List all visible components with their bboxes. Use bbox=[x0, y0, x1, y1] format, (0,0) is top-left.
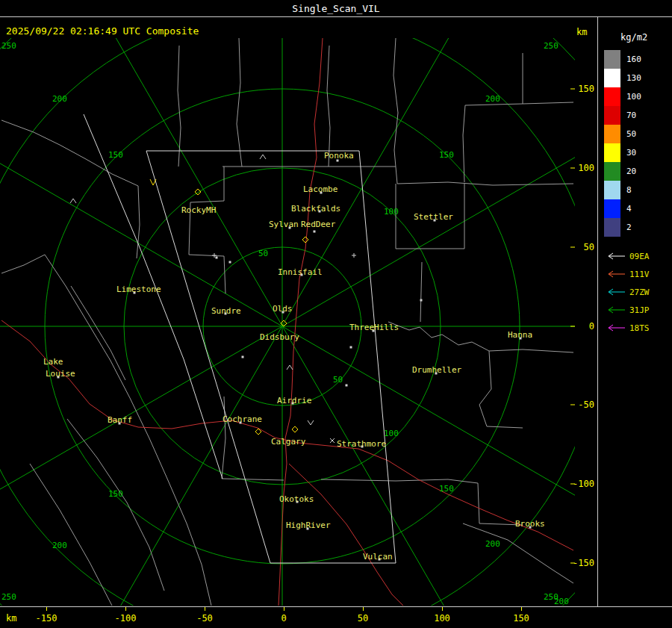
radar-plot-area: 2025/09/22 02:16:49 UTC Composite km bbox=[0, 17, 597, 606]
scale-value: 70 bbox=[626, 111, 636, 120]
site-arrow-icon bbox=[603, 252, 626, 261]
bottom-axis-tick-label: -100 bbox=[115, 613, 137, 624]
scale-swatch bbox=[604, 125, 620, 143]
site-id: 18TS bbox=[629, 323, 650, 333]
ring-label: 150 bbox=[108, 489, 123, 499]
city-label: Hanna bbox=[508, 330, 532, 340]
right-axis-tick-label: -50 bbox=[578, 400, 594, 410]
ring-label: 200 bbox=[485, 539, 500, 549]
titlebar: Single_Scan_VIL bbox=[0, 0, 672, 17]
ring-label: 50 bbox=[333, 375, 343, 385]
city-label: RedDeer bbox=[301, 220, 336, 229]
scale-row: 100 bbox=[604, 87, 672, 106]
city-label: Airdrie bbox=[277, 396, 311, 405]
ring-label: 200 bbox=[554, 597, 569, 606]
bottom-axis: km -150 -100 -50 0 50 100 150 bbox=[0, 606, 672, 628]
scale-value: 100 bbox=[626, 92, 641, 102]
scale-row: 2 bbox=[604, 218, 672, 237]
city-label: Lake bbox=[43, 357, 63, 367]
bottom-axis-tick-label: -150 bbox=[36, 613, 57, 624]
scale-swatch bbox=[604, 143, 620, 162]
scale-value: 8 bbox=[626, 185, 632, 195]
scale-row: 8 bbox=[604, 181, 672, 199]
radar-coverage-outline bbox=[84, 114, 396, 563]
city-label: Vulcan bbox=[363, 552, 393, 562]
bottom-axis-tick-label: 150 bbox=[513, 613, 529, 624]
scale-swatch bbox=[604, 218, 620, 237]
azimuth-spokes bbox=[0, 17, 597, 606]
city-label: ThreeHills bbox=[349, 323, 399, 332]
legend-unit-label: kg/m2 bbox=[620, 32, 672, 43]
right-axis-tick-label: 0 bbox=[589, 321, 594, 332]
window-title: Single_Scan_VIL bbox=[292, 3, 379, 14]
bottom-axis-tick-label: 0 bbox=[281, 613, 286, 624]
city-label: Stettler bbox=[414, 212, 453, 222]
bottom-axis-tick-label: -50 bbox=[196, 613, 213, 624]
bottom-axis-tick bbox=[205, 607, 205, 611]
scale-row: 50 bbox=[604, 125, 672, 143]
radar-app-window: Single_Scan_VIL 2025/09/22 02:16:49 UTC … bbox=[0, 0, 672, 628]
site-row: 09EA bbox=[603, 247, 672, 265]
site-row: 111V bbox=[603, 265, 672, 283]
scale-swatch bbox=[604, 162, 620, 181]
site-arrow-icon bbox=[603, 287, 626, 296]
scale-value: 4 bbox=[626, 204, 632, 214]
scale-value: 30 bbox=[626, 148, 636, 158]
bottom-axis-tick bbox=[284, 607, 284, 611]
city-label: HighRiver bbox=[286, 520, 331, 530]
ring-label: 200 bbox=[485, 94, 500, 104]
bottom-axis-tick-label: 100 bbox=[434, 613, 450, 624]
scale-swatch bbox=[604, 87, 620, 106]
right-axis: 150 100 50 0 -50 -100 -150 bbox=[570, 84, 594, 568]
scale-swatch bbox=[604, 199, 620, 218]
right-axis-tick-label: -150 bbox=[573, 558, 594, 568]
site-row: 31JP bbox=[603, 301, 672, 319]
city-label: Sylvan bbox=[269, 220, 299, 229]
scale-row: 70 bbox=[604, 106, 672, 125]
scale-row: 20 bbox=[604, 162, 672, 181]
radar-map: 250 200 150 50 100 150 200 250 50 100 15… bbox=[0, 17, 597, 606]
scale-value: 2 bbox=[626, 223, 632, 232]
range-rings bbox=[0, 17, 597, 606]
city-label: Calgary bbox=[271, 437, 306, 447]
city-labels: Ponoka Lacombe Blackfalds Sylvan RedDeer… bbox=[43, 151, 545, 562]
ring-label: 250 bbox=[544, 41, 559, 51]
legend-panel: kg/m2 160 130 100 70 50 30 20 8 4 2 09EA… bbox=[597, 17, 672, 606]
site-id: 27ZW bbox=[629, 287, 650, 297]
bottom-axis-tick bbox=[46, 607, 47, 611]
scale-swatch bbox=[604, 181, 620, 199]
ring-label: 50 bbox=[258, 249, 268, 258]
bottom-axis-unit: km bbox=[6, 613, 16, 624]
ring-label: 250 bbox=[1, 592, 16, 602]
city-label: Brooks bbox=[515, 519, 545, 529]
ring-labels: 250 200 150 50 100 150 200 250 50 100 15… bbox=[1, 41, 569, 606]
scale-swatch bbox=[604, 69, 620, 87]
bottom-axis-tick-label: 50 bbox=[358, 613, 368, 624]
city-label: Blackfalds bbox=[291, 204, 340, 214]
ring-label: 200 bbox=[52, 94, 67, 104]
city-label: Ponoka bbox=[324, 151, 354, 161]
bottom-axis-tick bbox=[442, 607, 443, 611]
scale-row: 160 bbox=[604, 50, 672, 69]
city-label: Drumheller bbox=[412, 365, 462, 375]
site-id: 111V bbox=[629, 270, 650, 279]
scale-row: 130 bbox=[604, 69, 672, 87]
right-axis-tick-label: 50 bbox=[584, 242, 594, 252]
city-label: Innisfail bbox=[278, 267, 323, 277]
right-axis-tick-label: 100 bbox=[578, 163, 594, 173]
site-arrow-icon bbox=[603, 323, 626, 332]
scale-value: 160 bbox=[626, 55, 641, 64]
ring-label: 250 bbox=[1, 41, 16, 51]
site-arrow-icon bbox=[603, 270, 626, 279]
site-row: 27ZW bbox=[603, 283, 672, 301]
right-axis-labels: 150 100 50 0 -50 -100 -150 bbox=[573, 84, 594, 568]
ring-label: 150 bbox=[439, 150, 454, 160]
site-id: 09EA bbox=[629, 252, 650, 261]
city-label: Louise bbox=[46, 369, 75, 379]
scale-swatch bbox=[604, 50, 620, 69]
ring-label: 150 bbox=[439, 484, 454, 494]
radar-sites-legend: 09EA 111V 27ZW 31JP 18TS bbox=[603, 247, 672, 337]
scale-row: 4 bbox=[604, 199, 672, 218]
bottom-axis-tick bbox=[125, 607, 126, 611]
scale-row: 30 bbox=[604, 143, 672, 162]
